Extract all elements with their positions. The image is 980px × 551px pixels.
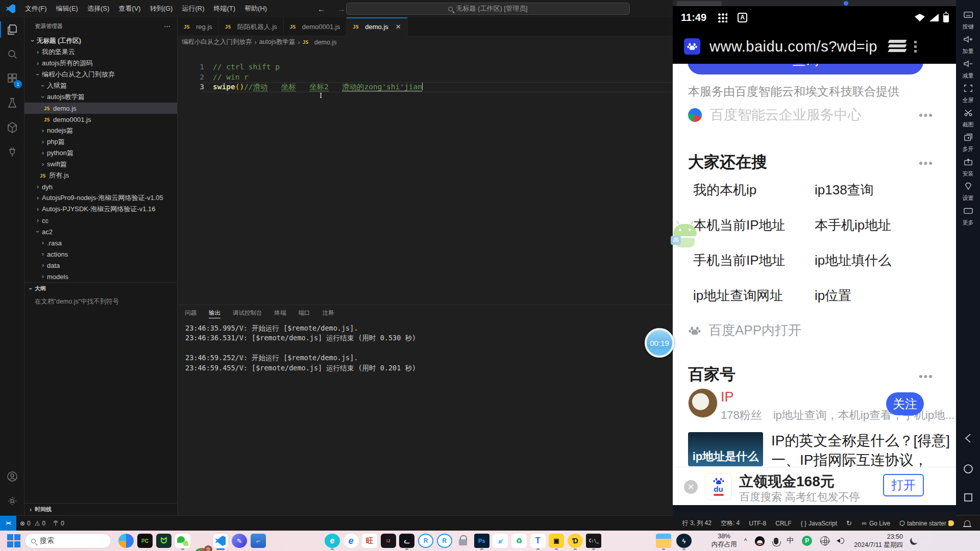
fullscreen-icon[interactable]: 全屏 — [956, 84, 980, 104]
tree-item[interactable]: ›autojs所有的源码 — [24, 58, 177, 69]
extensions-icon[interactable]: 1 — [0, 66, 24, 91]
ports-status[interactable]: 0 — [49, 520, 68, 527]
editor-tab[interactable]: JSreg.js — [178, 17, 219, 36]
related-search-item[interactable]: 我的本机ip — [693, 181, 756, 199]
tree-item[interactable]: ›dyh — [24, 181, 177, 192]
panel-tab[interactable]: 问题 — [185, 305, 197, 320]
tree-item[interactable]: ›Autojs-PJYSDK-泡椒云网络验证-v1.16 — [24, 204, 177, 215]
editor-tab[interactable]: JSdemo.js✕ — [347, 17, 407, 36]
taskbar-app-android-emulator[interactable]: ᗢ — [156, 534, 172, 548]
timeline-section-header[interactable]: ›时间线 — [24, 503, 177, 515]
emulator-tab[interactable] — [677, 1, 722, 6]
related-search-item[interactable]: ip地址填什么 — [815, 252, 891, 269]
problems-status[interactable]: ⊗0⚠0 — [16, 520, 49, 527]
microphone-tray-icon[interactable] — [774, 538, 778, 544]
taskbar-app-photoshop[interactable]: Ps — [474, 534, 489, 548]
tree-item[interactable]: ›.rasa — [24, 237, 177, 248]
taskbar-app-yellow-box-app[interactable]: ▣ — [549, 534, 564, 548]
tree-item[interactable]: JSdemo0001.js — [24, 114, 177, 125]
green-p-tray-icon[interactable]: P — [802, 536, 812, 546]
ime-indicator[interactable]: 中 — [787, 536, 794, 545]
tree-item[interactable]: ›data — [24, 260, 177, 271]
tab-close-icon[interactable]: ✕ — [396, 23, 401, 31]
taskbar-app-wechat[interactable] — [175, 534, 190, 548]
tree-item[interactable]: ›ac2 — [24, 226, 177, 237]
related-more-icon[interactable]: ••• — [919, 157, 934, 170]
panel-tab[interactable]: 端口 — [299, 305, 310, 320]
start-button[interactable] — [7, 534, 20, 547]
cloud-center-link[interactable]: 百度智能云企业服务中心 — [688, 106, 862, 124]
tree-item[interactable]: ›编程小白从之入门到放弃 — [24, 69, 177, 80]
taskbar-app-lock-sync[interactable] — [455, 534, 471, 548]
screenshot-icon[interactable]: 截图 — [956, 108, 980, 129]
taskbar-app-dark-circle-app[interactable]: ϟ — [676, 534, 692, 548]
go-live-button[interactable]: Go Live — [857, 520, 894, 527]
taskbar-app-cmd[interactable]: C:\_ — [586, 534, 601, 548]
account-icon[interactable] — [0, 464, 24, 489]
nav-back-icon[interactable] — [956, 433, 980, 444]
follow-button[interactable]: 关注 — [886, 392, 924, 415]
eol-sequence[interactable]: CRLF — [772, 520, 795, 527]
nav-home-icon[interactable] — [956, 463, 980, 474]
qq-tray-icon[interactable] — [755, 536, 765, 546]
tree-item[interactable]: ›php篇 — [24, 136, 177, 147]
taskbar-search[interactable]: 搜索 — [24, 533, 111, 548]
settings-gear-icon[interactable] — [0, 489, 24, 513]
breadcrumb-item[interactable]: demo.js — [314, 39, 337, 46]
tray-chevron-icon[interactable]: ^ — [744, 537, 747, 544]
install-apk-icon[interactable]: 安装 — [956, 157, 980, 178]
language-mode[interactable]: { }JavaScript — [797, 520, 841, 527]
taskbar-app-vscode[interactable] — [213, 534, 228, 548]
taskbar-app-black-cat-app[interactable]: ᓚ — [399, 534, 414, 548]
autojs-floating-robot[interactable]: J5 — [671, 223, 699, 249]
banner-open-button[interactable]: 打开 — [883, 474, 924, 496]
panel-tab[interactable]: 终端 — [275, 305, 286, 320]
tree-item[interactable]: JS所有.js — [24, 170, 177, 181]
menu-item[interactable]: 终端(T) — [209, 3, 240, 15]
taskbar-app-file-explorer[interactable] — [656, 534, 671, 548]
tree-item[interactable]: ›python篇 — [24, 147, 177, 159]
breadcrumb-item[interactable]: autojs教学篇 — [259, 38, 296, 46]
keyboard-icon[interactable]: 按键 — [956, 10, 980, 31]
taskbar-app-ie-teal[interactable]: e — [325, 534, 340, 548]
taskbar-app-edge[interactable]: e — [344, 534, 359, 548]
volume-down-icon[interactable]: 减量 — [956, 59, 980, 80]
tree-item[interactable]: ›swift篇 — [24, 159, 177, 170]
tree-item[interactable]: ›我的坚果云 — [24, 46, 177, 58]
notifications-bell-icon[interactable] — [960, 520, 975, 527]
taskbar-app-chrome[interactable]: 微 — [194, 548, 209, 551]
editor-tab[interactable]: JS陌陌机器人.js — [219, 17, 284, 36]
menu-item[interactable]: 转到(G) — [145, 3, 178, 15]
tree-item[interactable]: ›AutojsPro9-nodejs-泡椒云网络验证-v1.05 — [24, 192, 177, 204]
open-in-baidu-app[interactable]: 百度APP内打开 — [688, 321, 801, 339]
browser-menu-icon[interactable] — [914, 41, 917, 53]
panel-tab[interactable]: 调试控制台 — [233, 305, 262, 320]
related-search-item[interactable]: ip位置 — [815, 287, 851, 305]
related-search-item[interactable]: 本机当前IP地址 — [693, 216, 786, 234]
taskbar-app-red-char-app[interactable]: 旺 — [362, 534, 377, 548]
tree-item[interactable]: ›cc — [24, 215, 177, 226]
sidebar-more-icon[interactable]: ⋯ — [164, 22, 171, 30]
article-thumbnail[interactable]: ip地址是什么 — [688, 432, 763, 466]
package-icon[interactable] — [0, 115, 24, 140]
baijiahao-more-icon[interactable]: ••• — [919, 370, 934, 383]
taskbar-app-remote-desktop[interactable]: ⌐ — [251, 534, 266, 548]
panel-tab[interactable]: 输出 — [209, 305, 220, 320]
explorer-icon[interactable] — [0, 17, 24, 42]
taskbar-app-yellow-d-app[interactable]: Ɗ — [568, 534, 583, 548]
tree-item[interactable]: JSdemo.js — [24, 103, 177, 114]
test-flask-icon[interactable] — [0, 91, 24, 115]
related-search-item[interactable]: 手机当前IP地址 — [693, 252, 786, 269]
tree-item[interactable]: ›入狱篇 — [24, 80, 177, 91]
breadcrumb-item[interactable]: 编程小白从之入门到放弃 — [182, 38, 252, 46]
sync-icon[interactable]: ↻ — [843, 519, 855, 527]
taskbar-app-blue-t-app[interactable]: T — [530, 534, 546, 548]
workspace-search-box[interactable]: 无标题 (工作区) [管理员] — [346, 3, 630, 15]
related-search-item[interactable]: ip138查询 — [815, 181, 874, 199]
nav-recents-icon[interactable] — [956, 492, 980, 503]
network-tray-icon[interactable] — [820, 536, 829, 545]
editor-tab[interactable]: JSdemo0001.js — [284, 17, 347, 36]
panel-tab[interactable]: 注释 — [323, 305, 334, 320]
multi-open-icon[interactable]: 多开 — [956, 133, 980, 153]
taskbar-app-lr-circle-2[interactable]: R — [437, 534, 452, 548]
